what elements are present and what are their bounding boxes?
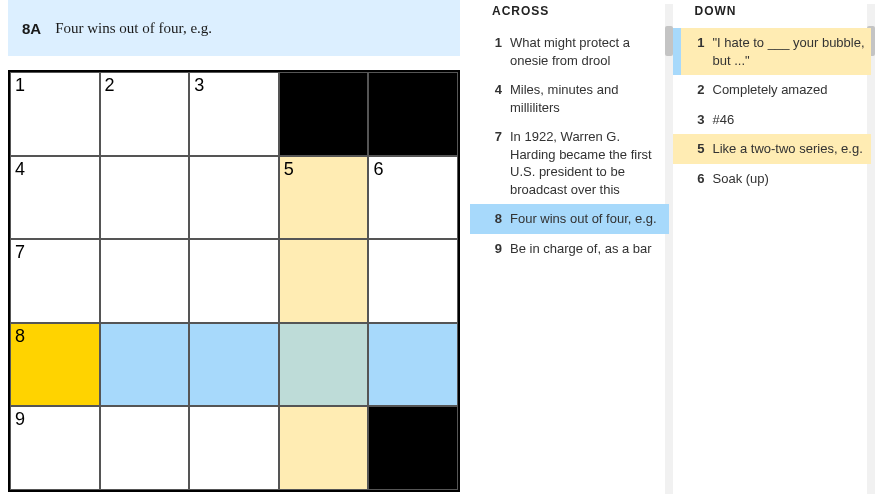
clue-number: 5: [687, 140, 705, 158]
down-clue-list: 1"I hate to ___ your bubble, but ..."2Co…: [673, 28, 872, 193]
clue-text: "I hate to ___ your bubble, but ...": [713, 34, 866, 69]
grid-cell[interactable]: [189, 406, 279, 490]
down-clue-1[interactable]: 1"I hate to ___ your bubble, but ...": [673, 28, 872, 75]
crossword-grid[interactable]: 123456789: [8, 70, 460, 492]
cell-number: 5: [284, 159, 294, 180]
grid-cell[interactable]: [100, 323, 190, 407]
grid-cell[interactable]: 7: [10, 239, 100, 323]
cell-number: 6: [373, 159, 383, 180]
clue-text: Completely amazed: [713, 81, 828, 99]
grid-cell[interactable]: 8: [10, 323, 100, 407]
clue-text: Be in charge of, as a bar: [510, 240, 652, 258]
grid-cell[interactable]: [189, 156, 279, 240]
clue-number: 8: [484, 210, 502, 228]
grid-cell[interactable]: [100, 156, 190, 240]
across-clue-list: 1What might protect a onesie from drool4…: [470, 28, 669, 263]
grid-cell[interactable]: 1: [10, 72, 100, 156]
grid-cell[interactable]: [368, 323, 458, 407]
clue-text: What might protect a onesie from drool: [510, 34, 663, 69]
cell-number: 3: [194, 75, 204, 96]
across-clue-1[interactable]: 1What might protect a onesie from drool: [470, 28, 669, 75]
grid-cell[interactable]: 6: [368, 156, 458, 240]
clue-number: 6: [687, 170, 705, 188]
grid-cell[interactable]: [189, 323, 279, 407]
across-clue-7[interactable]: 7In 1922, Warren G. Harding became the f…: [470, 122, 669, 204]
clue-text: #46: [713, 111, 735, 129]
grid-cell[interactable]: [100, 239, 190, 323]
grid-cell[interactable]: 3: [189, 72, 279, 156]
cell-number: 8: [15, 326, 25, 347]
grid-cell[interactable]: 2: [100, 72, 190, 156]
grid-cell[interactable]: 5: [279, 156, 369, 240]
across-clue-8[interactable]: 8Four wins out of four, e.g.: [470, 204, 669, 234]
grid-cell[interactable]: [189, 239, 279, 323]
clue-number: 3: [687, 111, 705, 129]
grid-cell: [368, 406, 458, 490]
grid-cell[interactable]: [279, 406, 369, 490]
cell-number: 9: [15, 409, 25, 430]
down-clue-3[interactable]: 3#46: [673, 105, 872, 135]
down-heading: DOWN: [673, 4, 872, 28]
grid-cell[interactable]: 4: [10, 156, 100, 240]
grid-cell[interactable]: [279, 323, 369, 407]
down-clue-6[interactable]: 6Soak (up): [673, 164, 872, 194]
grid-cell[interactable]: 9: [10, 406, 100, 490]
cell-number: 1: [15, 75, 25, 96]
grid-cell: [368, 72, 458, 156]
current-clue-number: 8A: [22, 20, 41, 37]
cell-number: 2: [105, 75, 115, 96]
clue-text: Soak (up): [713, 170, 769, 188]
cell-number: 4: [15, 159, 25, 180]
clue-number: 4: [484, 81, 502, 116]
grid-cell: [279, 72, 369, 156]
clue-text: In 1922, Warren G. Harding became the fi…: [510, 128, 663, 198]
cell-number: 7: [15, 242, 25, 263]
clue-number: 2: [687, 81, 705, 99]
down-clue-2[interactable]: 2Completely amazed: [673, 75, 872, 105]
grid-cell[interactable]: [368, 239, 458, 323]
clue-number: 7: [484, 128, 502, 198]
across-clue-4[interactable]: 4Miles, minutes and milliliters: [470, 75, 669, 122]
clue-text: Miles, minutes and milliliters: [510, 81, 663, 116]
grid-cell[interactable]: [100, 406, 190, 490]
clue-number: 1: [484, 34, 502, 69]
current-clue-bar: 8A Four wins out of four, e.g.: [8, 0, 460, 56]
current-clue-text: Four wins out of four, e.g.: [55, 20, 212, 37]
down-clue-5[interactable]: 5Like a two-two series, e.g.: [673, 134, 872, 164]
clue-number: 1: [687, 34, 705, 69]
clue-text: Like a two-two series, e.g.: [713, 140, 863, 158]
clue-number: 9: [484, 240, 502, 258]
grid-cell[interactable]: [279, 239, 369, 323]
across-clue-9[interactable]: 9Be in charge of, as a bar: [470, 234, 669, 264]
clue-text: Four wins out of four, e.g.: [510, 210, 657, 228]
across-heading: ACROSS: [470, 4, 669, 28]
